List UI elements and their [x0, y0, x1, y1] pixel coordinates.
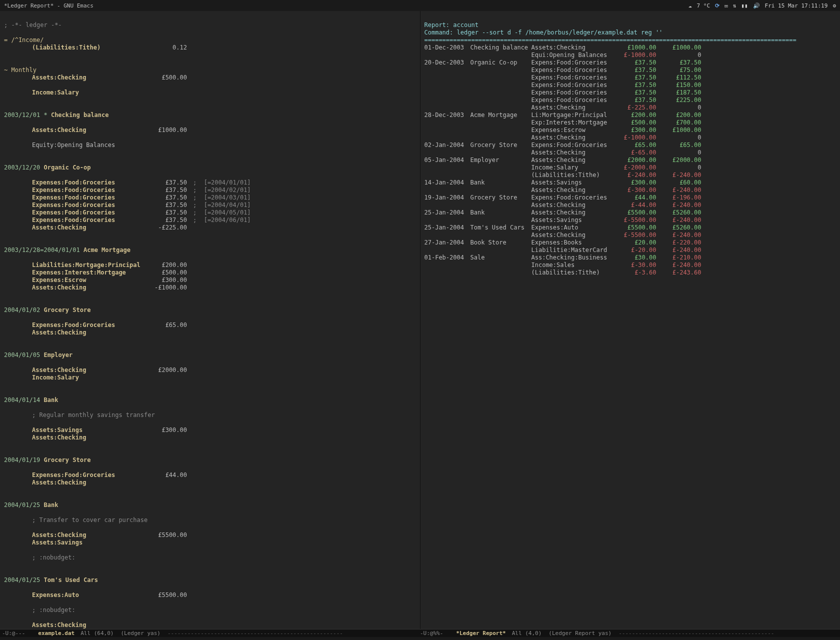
left-buffer[interactable]: ; -*- ledger -*- = /^Income/ (Liabilitie… [0, 11, 420, 629]
report-account: Assets:Savings [532, 216, 612, 224]
report-amount: £300.00 [612, 179, 656, 186]
report-amount: £37.50 [612, 66, 656, 74]
clock-text[interactable]: Fri 15 Mar 17:11:19 [765, 2, 828, 9]
report-date [424, 216, 470, 224]
posting-account: Expenses:Escrow [32, 276, 147, 284]
report-row: Assets:Checking£-5500.00£-240.00 [424, 232, 836, 239]
report-amount: £300.00 [612, 126, 656, 134]
report-payee: Sale [470, 254, 532, 262]
posting-amount: £44.00 [147, 472, 187, 479]
report-row: 25-Jan-2004Tom's Used CarsExpenses:Auto£… [424, 224, 836, 232]
posting-tag: ; :nobudget: [4, 606, 416, 614]
report-account: Assets:Checking [532, 134, 612, 142]
battery-icon[interactable]: ▮▮ [741, 2, 748, 9]
report-account: Ass:Checking:Business [532, 254, 612, 262]
posting-note: ; [=2004/06/01] [187, 216, 251, 224]
report-payee [470, 164, 532, 172]
report-balance: £-240.00 [656, 232, 702, 239]
report-date [424, 134, 470, 142]
report-row: Assets:Checking£-44.00£-240.00 [424, 202, 836, 209]
posting: Assets:Checking£2000.00 [4, 366, 416, 374]
report-account: Exp:Interest:Mortgage [532, 119, 612, 126]
report-account: Equi:Opening Balances [532, 52, 612, 59]
posting-amount: -£1000.00 [147, 284, 187, 292]
report-payee [470, 74, 532, 82]
volume-icon[interactable]: 🔊 [753, 2, 760, 9]
report-payee: Grocery Store [470, 194, 532, 202]
report-date [424, 186, 470, 194]
report-header-1: Report: account [424, 22, 478, 28]
report-account: Income:Sales [532, 262, 612, 269]
report-account: Expenses:Escrow [532, 126, 612, 134]
posting: (Liabilities:Tithe)0.12 [4, 44, 416, 52]
report-balance: £1000.00 [656, 44, 702, 52]
txn-header: 2003/12/28=2004/01/01 Acme Mortgage [4, 246, 416, 254]
network-icon[interactable]: ⇅ [733, 2, 736, 9]
report-amount: £1000.00 [612, 44, 656, 52]
settings-gear-icon[interactable]: ⚙ [832, 2, 836, 9]
report-amount: £20.00 [612, 239, 656, 246]
report-date: 01-Feb-2004 [424, 254, 470, 262]
posting: Assets:Checking [4, 479, 416, 486]
report-payee [470, 52, 532, 59]
weather-text[interactable]: 7 °C [697, 2, 710, 9]
posting: Expenses:Interest:Mortgage£500.00 [4, 269, 416, 276]
report-amount: £200.00 [612, 112, 656, 119]
weather-icon[interactable]: ☁ [688, 2, 692, 9]
txn-header: 2004/01/19 Grocery Store [4, 456, 416, 464]
report-balance: £-243.60 [656, 269, 702, 276]
report-date: 14-Jan-2004 [424, 179, 470, 186]
report-payee [470, 66, 532, 74]
posting-amount: £37.50 [147, 179, 187, 186]
report-balance: £60.00 [656, 179, 702, 186]
posting-account: Assets:Checking [32, 434, 147, 442]
txn-header: 2003/12/01 * Checking balance [4, 112, 416, 119]
report-balance: £5260.00 [656, 209, 702, 216]
report-payee [470, 172, 532, 179]
posting: Expenses:Food:Groceries£44.00 [4, 472, 416, 479]
report-row: Exp:Interest:Mortgage£500.00£700.00 [424, 119, 836, 126]
report-date [424, 126, 470, 134]
report-account: Expenses:Auto [532, 224, 612, 232]
posting: Expenses:Food:Groceries£37.50; [=2004/03… [4, 194, 416, 202]
report-balance: £200.00 [656, 112, 702, 119]
report-payee: Tom's Used Cars [470, 224, 532, 232]
posting-account: Expenses:Interest:Mortgage [32, 269, 147, 276]
posting: Expenses:Auto£5500.00 [4, 592, 416, 599]
report-payee [470, 82, 532, 89]
report-row: 01-Dec-2003Checking balanceAssets:Checki… [424, 44, 836, 52]
right-buffer[interactable]: Report: account Command: ledger --sort d… [420, 11, 840, 629]
report-balance: £225.00 [656, 96, 702, 104]
report-account: Expens:Food:Groceries [532, 96, 612, 104]
refresh-icon[interactable]: ⟳ [715, 2, 720, 9]
report-date: 28-Dec-2003 [424, 112, 470, 119]
report-amount: £-5500.00 [612, 216, 656, 224]
report-amount: £-65.00 [612, 149, 656, 156]
report-amount: £-30.00 [612, 262, 656, 269]
report-date [424, 82, 470, 89]
posting-account: Liabilities:Mortgage:Principal [32, 262, 147, 269]
report-payee: Bank [470, 179, 532, 186]
report-amount: £-5500.00 [612, 232, 656, 239]
report-payee [470, 269, 532, 276]
report-balance: £37.50 [656, 59, 702, 66]
report-amount: £-20.00 [612, 246, 656, 254]
posting-note: ; [=2004/02/01] [187, 186, 251, 194]
report-balance: £112.50 [656, 74, 702, 82]
report-account: Assets:Checking [532, 104, 612, 112]
report-date: 05-Jan-2004 [424, 156, 470, 164]
mail-icon[interactable]: ✉ [724, 2, 728, 9]
posting-account: Assets:Checking [32, 329, 147, 336]
report-balance: 0 [656, 52, 702, 59]
posting-amount: £300.00 [147, 276, 187, 284]
posting-amount: £37.50 [147, 209, 187, 216]
report-row: 20-Dec-2003Organic Co-opExpens:Food:Groc… [424, 59, 836, 66]
report-amount: £37.50 [612, 82, 656, 89]
minibuffer[interactable] [0, 637, 840, 640]
modeline-mode: (Ledger yas) [120, 630, 160, 636]
report-balance: £187.50 [656, 89, 702, 96]
report-date [424, 66, 470, 74]
report-date [424, 172, 470, 179]
report-balance: £-240.00 [656, 216, 702, 224]
posting: Assets:Checking£500.00 [4, 74, 416, 82]
